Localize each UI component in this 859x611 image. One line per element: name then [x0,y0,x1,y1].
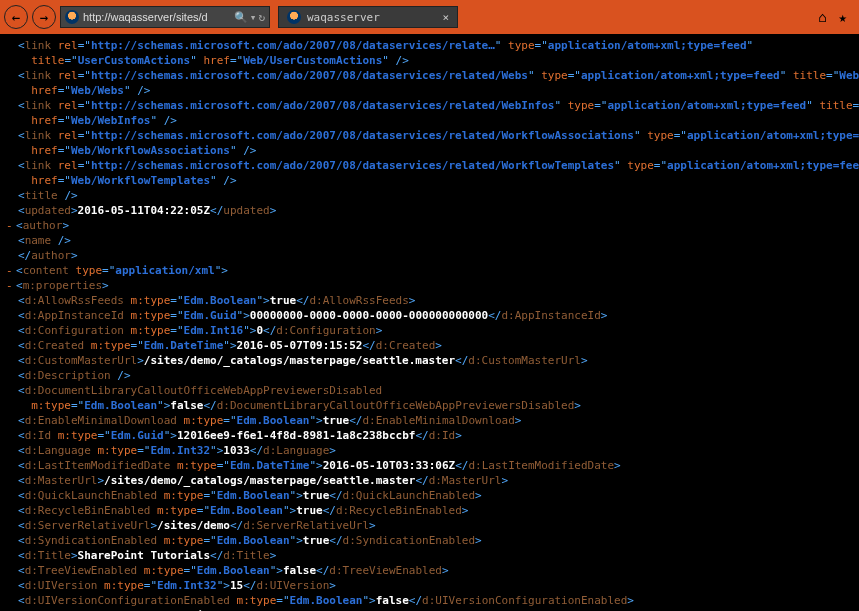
home-icon[interactable]: ⌂ [818,9,826,25]
forward-button[interactable]: → [32,5,56,29]
search-icon[interactable]: 🔍 [234,11,248,24]
dropdown-icon[interactable]: ▾ [250,11,257,24]
close-tab-icon[interactable]: × [442,11,449,24]
url-input[interactable] [83,11,230,23]
favicon-icon [65,10,79,24]
browser-titlebar: ← → 🔍 ▾ ↻ waqasserver × ⌂ ★ [0,0,859,34]
favorites-icon[interactable]: ★ [839,9,847,25]
xml-viewer: <link rel="http://schemas.microsoft.com/… [0,34,859,611]
back-button[interactable]: ← [4,5,28,29]
address-bar[interactable]: 🔍 ▾ ↻ [60,6,270,28]
browser-tab[interactable]: waqasserver × [278,6,458,28]
favicon-icon [287,10,301,24]
refresh-icon[interactable]: ↻ [258,11,265,24]
tab-title: waqasserver [307,11,380,24]
